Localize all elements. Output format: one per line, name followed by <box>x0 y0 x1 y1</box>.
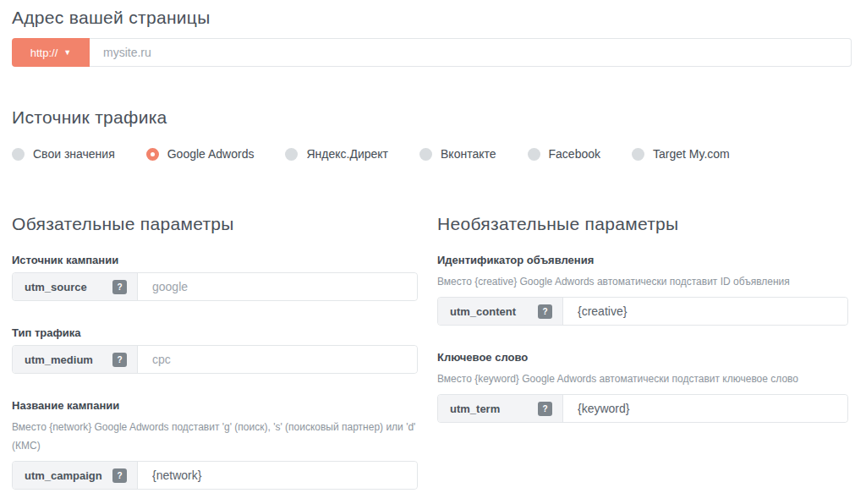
field-hint: Вместо {keyword} Google Adwords автомати… <box>437 370 848 388</box>
radio-icon[interactable] <box>528 148 540 161</box>
utm-source-input[interactable] <box>138 273 417 300</box>
utm-medium-input-group: utm_medium ? <box>12 345 418 374</box>
radio-option-yandex-direct[interactable]: Яндекс.Директ <box>285 147 388 161</box>
required-parameters-column: Обязательные параметры Источник кампании… <box>12 213 418 490</box>
traffic-source-title: Источник трафика <box>12 107 852 128</box>
help-icon[interactable]: ? <box>538 304 552 319</box>
utm-source-input-group: utm_source ? <box>12 272 418 301</box>
param-box: utm_term ? <box>438 395 563 422</box>
param-name: utm_campaign <box>25 469 102 482</box>
radio-label: Вконтакте <box>441 147 496 161</box>
help-icon[interactable]: ? <box>112 280 127 294</box>
field-utm-source: Источник кампании utm_source ? <box>12 254 418 301</box>
field-utm-campaign: Название кампании Вместо {network} Googl… <box>12 399 418 490</box>
field-label: Название кампании <box>12 399 418 412</box>
url-input-group: http:// ▼ <box>12 38 852 67</box>
radio-option-vkontakte[interactable]: Вконтакте <box>419 147 496 161</box>
protocol-label: http:// <box>30 47 58 59</box>
field-utm-medium: Тип трафика utm_medium ? <box>12 326 418 374</box>
radio-icon[interactable] <box>419 148 432 161</box>
utm-builder-page: Адрес вашей страницы http:// ▼ Источник … <box>0 0 866 490</box>
radio-option-google-adwords[interactable]: Google Adwords <box>146 147 255 161</box>
utm-content-input-group: utm_content ? <box>437 297 848 326</box>
radio-option-custom-values[interactable]: Свои значения <box>12 147 115 161</box>
field-label: Источник кампании <box>12 254 418 266</box>
utm-term-input[interactable] <box>563 395 847 422</box>
site-url-input[interactable] <box>90 38 852 67</box>
utm-medium-input[interactable] <box>138 346 417 373</box>
utm-content-input[interactable] <box>563 298 847 325</box>
radio-label: Свои значения <box>33 147 115 161</box>
protocol-dropdown-button[interactable]: http:// ▼ <box>12 38 90 67</box>
param-name: utm_term <box>450 403 500 415</box>
field-utm-content: Идентификатор объявления Вместо {creativ… <box>437 254 848 326</box>
traffic-source-options: Свои значения Google Adwords Яндекс.Дире… <box>12 147 852 161</box>
page-url-title: Адрес вашей страницы <box>12 7 852 28</box>
utm-term-input-group: utm_term ? <box>437 394 848 423</box>
optional-parameters-title: Необязательные параметры <box>437 213 848 234</box>
radio-label: Яндекс.Директ <box>306 147 388 161</box>
radio-icon[interactable] <box>146 148 159 161</box>
chevron-down-icon: ▼ <box>63 49 71 57</box>
field-hint: Вместо {network} Google Adwords подстави… <box>12 418 418 455</box>
radio-icon[interactable] <box>12 148 25 161</box>
field-label: Идентификатор объявления <box>437 254 848 266</box>
param-box: utm_content ? <box>438 298 563 325</box>
radio-icon[interactable] <box>632 148 644 161</box>
help-icon[interactable]: ? <box>112 468 127 483</box>
field-hint: Вместо {creative} Google Adwords автомат… <box>437 272 848 291</box>
field-label: Ключевое слово <box>437 351 848 364</box>
help-icon[interactable]: ? <box>112 353 127 367</box>
radio-label: Google Adwords <box>167 147 255 161</box>
radio-label: Target My.com <box>653 147 730 161</box>
radio-option-target-my-com[interactable]: Target My.com <box>632 147 730 161</box>
param-name: utm_medium <box>25 353 93 366</box>
param-box: utm_campaign ? <box>13 462 138 489</box>
radio-icon[interactable] <box>285 148 298 161</box>
utm-campaign-input-group: utm_campaign ? <box>12 461 418 490</box>
required-parameters-title: Обязательные параметры <box>12 213 418 234</box>
param-box: utm_source ? <box>13 273 138 300</box>
param-name: utm_source <box>25 281 87 293</box>
param-name: utm_content <box>450 305 516 318</box>
radio-option-facebook[interactable]: Facebook <box>528 147 600 161</box>
param-box: utm_medium ? <box>13 346 138 373</box>
field-label: Тип трафика <box>12 326 418 339</box>
utm-campaign-input[interactable] <box>138 462 417 489</box>
field-utm-term: Ключевое слово Вместо {keyword} Google A… <box>437 351 848 423</box>
radio-label: Facebook <box>549 147 600 161</box>
parameters-columns: Обязательные параметры Источник кампании… <box>12 213 852 490</box>
help-icon[interactable]: ? <box>538 402 552 416</box>
optional-parameters-column: Необязательные параметры Идентификатор о… <box>437 213 848 490</box>
